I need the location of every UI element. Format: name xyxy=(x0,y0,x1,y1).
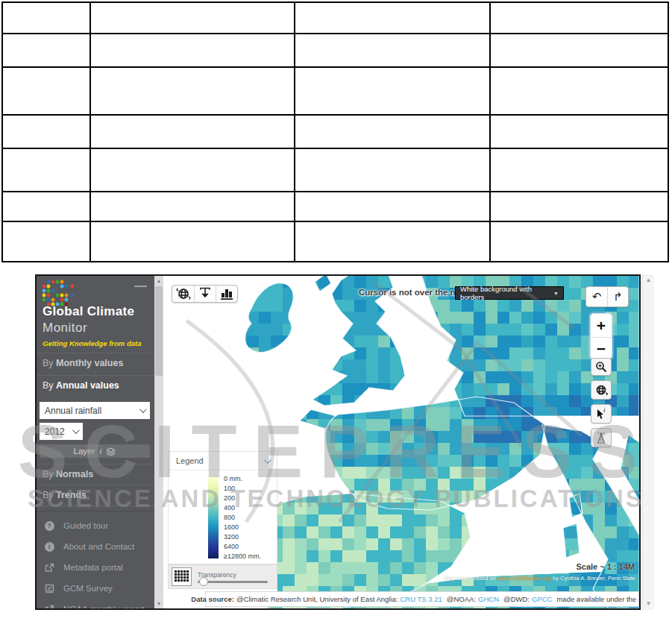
sidebar-item-label: NOAA monthly report xyxy=(63,605,145,608)
sidebar-item-guided-tour[interactable]: ? Guided tour xyxy=(37,516,154,535)
legend-colorbar xyxy=(208,476,219,558)
attribution-text: @NOAA: xyxy=(447,595,476,603)
attribution-text: @DWD: xyxy=(503,595,530,603)
page-scrollbar[interactable]: ▲ ▼ xyxy=(642,274,654,610)
sidebar-item-label: GCM Survey xyxy=(63,584,113,593)
layer-button[interactable]: Layer i xyxy=(40,444,150,458)
table-cell xyxy=(3,68,91,116)
sidebar-section-trends[interactable]: By Trends xyxy=(37,485,154,505)
info-circle-icon: i xyxy=(45,542,54,552)
sidebar-item-label: Guided tour xyxy=(63,521,108,530)
layer-button-label: Layer xyxy=(74,447,95,456)
scroll-up-icon[interactable]: ▲ xyxy=(154,278,163,283)
sidebar-item-label: About and Contact xyxy=(63,542,134,551)
grid-icon xyxy=(175,570,189,583)
chart-button[interactable] xyxy=(216,286,237,302)
station-tool-button[interactable] xyxy=(591,428,612,447)
legend-panel: Legend 0 mm. 100 200 400 800 1600 3200 6… xyxy=(168,451,277,564)
transparency-slider-knob[interactable] xyxy=(199,577,208,586)
sidebar-section-monthly[interactable]: By Monthly values xyxy=(37,353,154,373)
sidebar-item-metadata-portal[interactable]: Metadata portal xyxy=(37,558,154,577)
zoom-control: + − xyxy=(590,313,612,359)
table-cell xyxy=(295,222,491,261)
legend-body: 0 mm. 100 200 400 800 1600 3200 6400 ≥12… xyxy=(169,470,277,564)
table-cell xyxy=(3,149,91,192)
sidebar-section-annual[interactable]: By Annual values xyxy=(37,375,154,395)
table-cell xyxy=(91,68,295,116)
legend-label: 0 mm. xyxy=(224,475,242,482)
question-circle-icon: ? xyxy=(45,521,54,531)
odl-link[interactable]: ODL xyxy=(638,595,639,603)
section-prefix: By xyxy=(43,380,56,391)
antenna-icon xyxy=(595,432,607,444)
legend-title: Legend xyxy=(176,456,204,465)
brand-title-line1: Global Climate xyxy=(43,304,134,319)
world-extent-button[interactable] xyxy=(172,286,194,302)
variable-select[interactable]: Annual rainfall xyxy=(40,402,150,419)
sidebar-item-about[interactable]: i About and Contact xyxy=(37,537,154,556)
sidebar-item-noaa-report[interactable]: NOAA monthly report xyxy=(37,599,154,608)
attribution-text: @Climatic Research Unit, University of E… xyxy=(236,595,398,603)
zoom-in-button[interactable]: + xyxy=(591,314,612,337)
reset-globe-button[interactable] xyxy=(591,380,612,400)
legend-label: 3200 xyxy=(224,533,239,541)
legend-header[interactable]: Legend xyxy=(169,452,277,470)
transparency-slider[interactable] xyxy=(198,581,268,583)
scroll-down-icon[interactable]: ▼ xyxy=(643,599,654,608)
colorbrewer-credit: Map colors based on www.ColorBrewer.org … xyxy=(444,575,635,582)
gcm-app-window: Global Climate Monitor Getting Knowledge… xyxy=(35,274,641,610)
table-cell xyxy=(491,116,668,149)
gcm-logo xyxy=(42,279,76,306)
table-cell xyxy=(3,34,91,68)
section-label: Trends xyxy=(56,490,87,500)
table-cell xyxy=(91,222,295,261)
reference-table xyxy=(1,1,669,262)
scroll-down-icon[interactable]: ▼ xyxy=(154,601,163,606)
colorbrewer-link[interactable]: www.ColorBrewer.org xyxy=(497,575,551,582)
legend-label: 800 xyxy=(224,514,235,521)
map-viewport[interactable]: Cursor is not over the map White backgro… xyxy=(163,276,639,608)
sidebar-collapse-handle[interactable] xyxy=(134,286,147,287)
ghcn-link[interactable]: GHCN xyxy=(478,595,499,603)
credit-text: Map colors based on xyxy=(444,575,497,582)
table-cell xyxy=(295,3,491,34)
globe-arrows-icon xyxy=(594,384,608,396)
redo-button[interactable]: ↱ xyxy=(607,287,628,306)
sidebar-scrollbar[interactable]: ▲ ▼ xyxy=(154,276,163,608)
sidebar-item-label: Metadata portal xyxy=(63,563,123,572)
scrollbar-thumb[interactable] xyxy=(155,286,163,376)
sidebar-item-gcm-survey[interactable]: GCM Survey xyxy=(37,579,154,598)
zoom-out-button[interactable]: − xyxy=(591,337,612,360)
legend-label: 400 xyxy=(224,504,235,511)
year-select[interactable]: 2012 xyxy=(40,423,83,440)
table-cell xyxy=(295,149,491,192)
svg-text:i: i xyxy=(603,407,606,414)
external-link-icon xyxy=(44,604,54,608)
box-zoom-button[interactable] xyxy=(591,358,612,376)
globe-arrows-icon xyxy=(176,287,191,300)
cru-link[interactable]: CRU TS 3.21 xyxy=(400,595,442,603)
sidebar-section-normals[interactable]: By Normals xyxy=(37,464,154,484)
legend-label: 6400 xyxy=(224,543,239,550)
undo-button[interactable]: ↶ xyxy=(586,287,607,306)
section-label: Normals xyxy=(56,469,93,479)
credit-text: by Cynthia A. Brewer, Penn State xyxy=(551,575,635,582)
download-button[interactable] xyxy=(194,286,216,302)
scroll-up-icon[interactable]: ▲ xyxy=(643,276,654,285)
sidebar: Global Climate Monitor Getting Knowledge… xyxy=(37,276,154,608)
section-prefix: By xyxy=(43,469,56,479)
attribution-text: made available under the xyxy=(556,595,636,603)
info-icon: i xyxy=(99,447,101,456)
background-style-value: White background with borders xyxy=(460,285,553,301)
table-cell xyxy=(295,34,491,68)
grid-toggle-button[interactable] xyxy=(172,567,192,586)
table-cell xyxy=(491,3,668,34)
table-cell xyxy=(295,116,491,149)
chevron-down-icon xyxy=(139,406,147,413)
gpcc-link[interactable]: GPCC xyxy=(532,595,552,603)
background-style-select[interactable]: White background with borders ▼ xyxy=(455,286,564,300)
identify-tool-button[interactable]: i xyxy=(591,404,612,424)
section-prefix: By xyxy=(43,358,56,368)
legend-label: ≥12800 mm. xyxy=(224,552,261,560)
table-cell xyxy=(491,222,668,261)
